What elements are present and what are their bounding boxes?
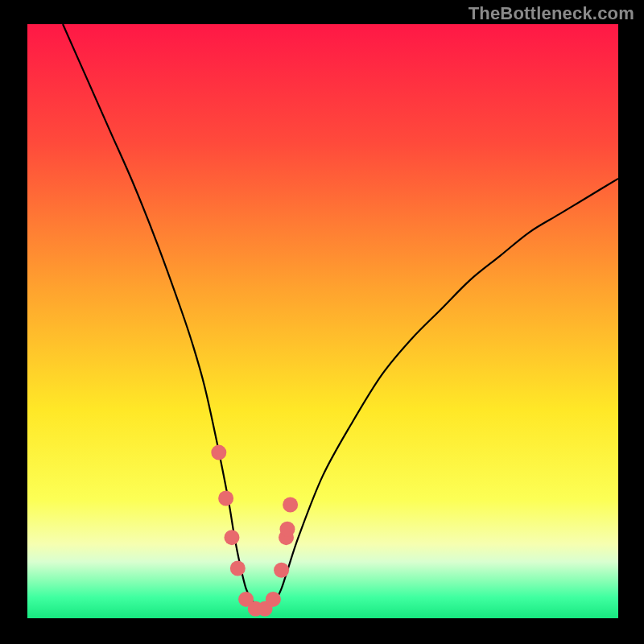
highlight-dot: [274, 563, 289, 578]
highlight-dot: [266, 592, 281, 607]
highlight-dot: [283, 497, 298, 513]
highlight-dot: [218, 490, 233, 506]
highlight-dot: [230, 561, 246, 576]
gradient-background: [27, 24, 618, 618]
highlight-dot: [279, 522, 295, 537]
bottleneck-chart: [0, 0, 644, 644]
highlight-dot: [224, 530, 239, 545]
highlight-dot: [211, 445, 226, 460]
chart-frame: TheBottleneck.com: [0, 0, 644, 644]
